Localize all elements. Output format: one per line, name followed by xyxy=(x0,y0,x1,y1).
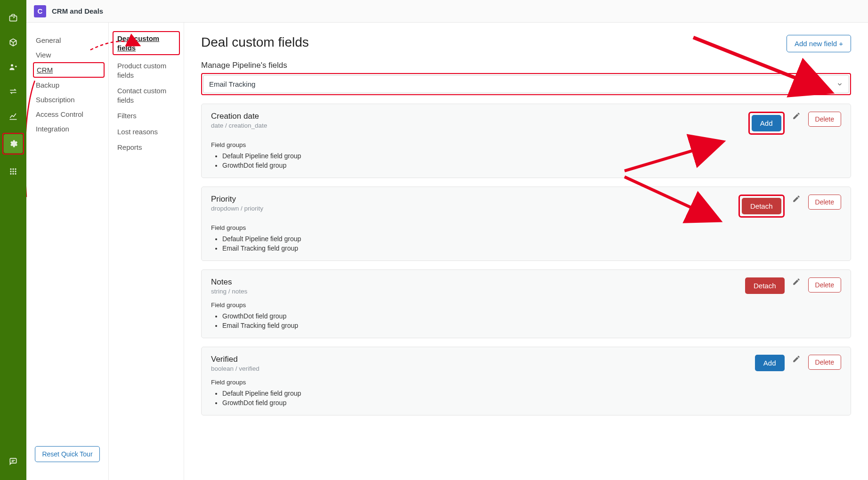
field-group-item: GrowthDot field group xyxy=(222,398,841,407)
svg-point-3 xyxy=(12,168,14,170)
settings-highlight xyxy=(2,133,24,155)
svg-point-7 xyxy=(15,171,16,172)
pencil-icon[interactable] xyxy=(792,277,801,286)
nav1-crm-highlight: CRM xyxy=(33,62,105,78)
app-logo: C xyxy=(34,5,46,17)
delete-field-button[interactable]: Delete xyxy=(808,277,841,293)
field-name: Creation date xyxy=(211,112,741,121)
field-card: Creation datedate / creation_dateAddDele… xyxy=(201,104,851,178)
pipeline-select-highlight: Email Tracking xyxy=(201,73,851,95)
field-card: Verifiedboolean / verifiedAddDeleteField… xyxy=(201,347,851,415)
nav2-item-contact-custom-fields[interactable]: Contact custom fields xyxy=(109,83,184,108)
field-name: Verified xyxy=(211,355,747,364)
field-group-list: Default Pipeline field groupGrowthDot fi… xyxy=(211,389,841,407)
delete-field-button[interactable]: Delete xyxy=(808,112,841,127)
user-group-icon[interactable] xyxy=(4,57,23,76)
nav2-item-product-custom-fields[interactable]: Product custom fields xyxy=(109,58,184,83)
manage-pipeline-label: Manage Pipeline's fields xyxy=(201,61,851,70)
svg-point-8 xyxy=(10,173,11,174)
pencil-icon[interactable] xyxy=(792,355,801,363)
reset-quick-tour-button[interactable]: Reset Quick Tour xyxy=(35,446,100,462)
detach-field-button[interactable]: Detach xyxy=(745,277,785,294)
field-group-list: Default Pipeline field groupEmail Tracki… xyxy=(211,234,841,253)
nav2-item-filters[interactable]: Filters xyxy=(109,108,184,124)
svg-point-10 xyxy=(15,173,16,174)
field-group-item: GrowthDot field group xyxy=(222,311,841,321)
svg-point-1 xyxy=(11,64,13,66)
pipeline-select[interactable]: Email Tracking xyxy=(203,75,849,93)
field-card: Notesstring / notesDetachDeleteField gro… xyxy=(201,269,851,338)
pipeline-selected-value: Email Tracking xyxy=(209,80,255,88)
field-groups-label: Field groups xyxy=(211,141,841,148)
chevron-down-icon xyxy=(836,81,843,88)
field-group-item: Email Tracking field group xyxy=(222,321,841,330)
svg-point-2 xyxy=(10,168,11,170)
chat-icon[interactable] xyxy=(4,452,23,471)
nav1-item-crm[interactable]: CRM xyxy=(37,65,101,75)
button-highlight: Add xyxy=(748,112,785,135)
field-meta: boolean / verified xyxy=(211,365,747,372)
pencil-icon[interactable] xyxy=(792,112,801,120)
button-highlight: Detach xyxy=(738,195,785,218)
field-group-item: GrowthDot field group xyxy=(222,161,841,170)
briefcase-icon[interactable] xyxy=(4,8,23,27)
svg-rect-11 xyxy=(10,458,16,463)
add-field-button[interactable]: Add xyxy=(752,115,781,131)
svg-rect-0 xyxy=(10,16,17,21)
nav1-item-general[interactable]: General xyxy=(26,33,108,48)
nav1-item-backup[interactable]: Backup xyxy=(26,78,108,92)
chart-icon[interactable] xyxy=(4,106,23,125)
field-meta: dropdown / priority xyxy=(211,205,731,212)
field-group-list: GrowthDot field groupEmail Tracking fiel… xyxy=(211,311,841,330)
field-meta: date / creation_date xyxy=(211,122,741,129)
gear-icon[interactable] xyxy=(4,134,23,153)
add-new-field-button[interactable]: Add new field + xyxy=(787,35,851,52)
detach-field-button[interactable]: Detach xyxy=(742,198,781,214)
nav2-item-reports[interactable]: Reports xyxy=(109,139,184,155)
field-name: Priority xyxy=(211,195,731,204)
apps-icon[interactable] xyxy=(4,162,23,181)
page-title: Deal custom fields xyxy=(201,35,309,50)
pencil-icon[interactable] xyxy=(792,195,801,203)
swap-icon[interactable] xyxy=(4,82,23,101)
svg-point-6 xyxy=(12,171,14,172)
nav2-item-deal-custom-fields[interactable]: Deal custom fields xyxy=(117,34,175,52)
nav1-item-access-control[interactable]: Access Control xyxy=(26,107,108,122)
field-group-list: Default Pipeline field groupGrowthDot fi… xyxy=(211,151,841,170)
nav1-item-view[interactable]: View xyxy=(26,48,108,62)
field-groups-label: Field groups xyxy=(211,301,841,309)
delete-field-button[interactable]: Delete xyxy=(808,355,841,370)
nav1-item-subscription[interactable]: Subscription xyxy=(26,92,108,107)
field-groups-label: Field groups xyxy=(211,224,841,231)
topbar: C CRM and Deals xyxy=(26,0,868,23)
field-groups-label: Field groups xyxy=(211,379,841,386)
cube-icon[interactable] xyxy=(4,33,23,52)
field-name: Notes xyxy=(211,277,738,287)
svg-point-4 xyxy=(15,168,16,170)
field-group-item: Default Pipeline field group xyxy=(222,234,841,244)
main-content: Deal custom fields Add new field + Manag… xyxy=(184,23,868,480)
nav1-item-integration[interactable]: Integration xyxy=(26,122,108,136)
field-group-item: Default Pipeline field group xyxy=(222,151,841,161)
add-field-button[interactable]: Add xyxy=(755,355,785,371)
delete-field-button[interactable]: Delete xyxy=(808,195,841,210)
nav2-item-lost-reasons[interactable]: Lost reasons xyxy=(109,124,184,140)
field-group-item: Email Tracking field group xyxy=(222,244,841,253)
field-group-item: Default Pipeline field group xyxy=(222,389,841,398)
settings-nav: General View CRM Backup Subscription Acc… xyxy=(26,23,109,480)
left-rail xyxy=(0,0,26,480)
field-card: Prioritydropdown / priorityDetachDeleteF… xyxy=(201,187,851,261)
app-title: CRM and Deals xyxy=(52,7,103,15)
svg-point-9 xyxy=(12,173,14,174)
svg-point-5 xyxy=(10,171,11,172)
field-meta: string / notes xyxy=(211,288,738,295)
crm-subnav: Deal custom fields Product custom fields… xyxy=(109,23,184,480)
nav2-deal-highlight: Deal custom fields xyxy=(113,31,180,55)
